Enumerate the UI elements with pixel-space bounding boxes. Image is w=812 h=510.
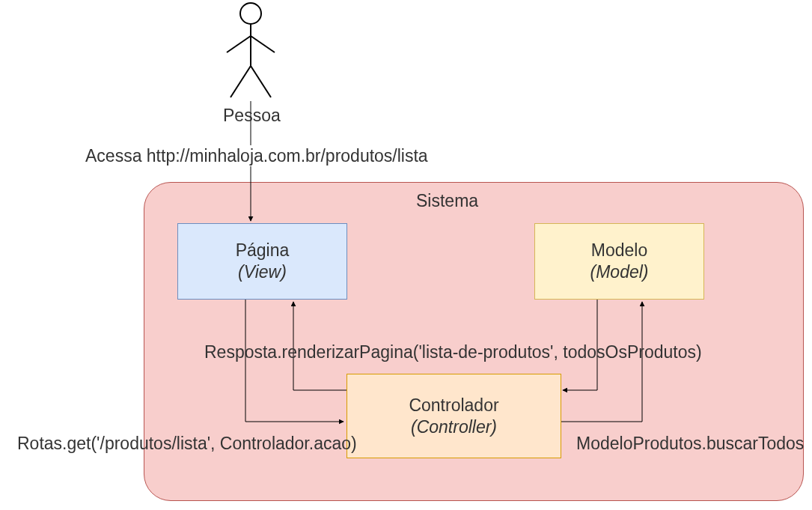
node-model-title: Modelo: [591, 240, 647, 261]
node-model: Modelo (Model): [534, 223, 704, 300]
node-controller-title: Controlador: [409, 395, 498, 416]
diagram-canvas: Sistema: [0, 0, 812, 510]
node-view: Página (View): [177, 223, 347, 300]
edge-label-view-to-ctrl: Rotas.get('/produtos/lista', Controlador…: [17, 434, 357, 454]
svg-line-5: [251, 66, 271, 97]
svg-line-2: [227, 36, 251, 52]
node-view-title: Página: [236, 240, 290, 261]
action-label: Acessa http://minhaloja.com.br/produtos/…: [85, 146, 428, 166]
node-controller-subtitle: (Controller): [411, 416, 497, 438]
actor-label: Pessoa: [223, 106, 278, 126]
svg-line-4: [231, 66, 251, 97]
edge-label-ctrl-to-view: Resposta.renderizarPagina('lista-de-prod…: [204, 342, 702, 362]
node-model-subtitle: (Model): [590, 261, 649, 283]
node-controller: Controlador (Controller): [347, 374, 561, 458]
system-title: Sistema: [416, 191, 478, 211]
actor-icon: [227, 3, 275, 97]
edge-label-model-to-ctrl: ModeloProdutos.buscarTodos: [576, 434, 804, 454]
svg-point-0: [240, 3, 261, 24]
node-view-subtitle: (View): [238, 261, 287, 283]
svg-line-3: [251, 36, 275, 52]
